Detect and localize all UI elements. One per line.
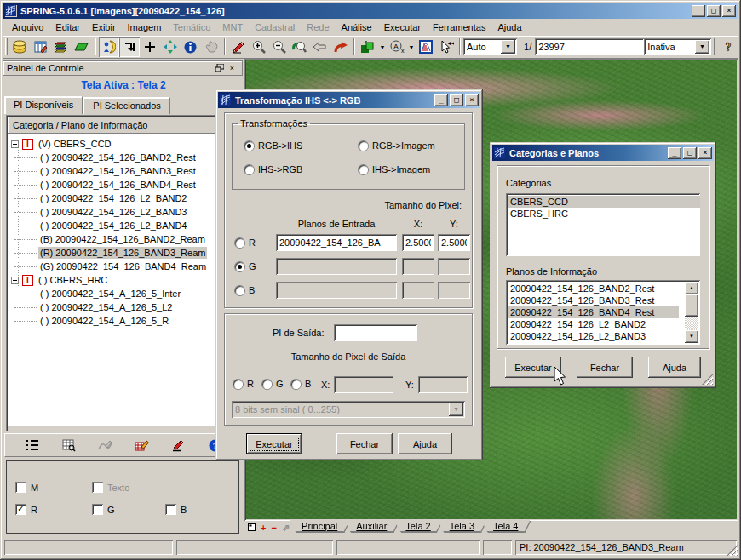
dock-corner-icon[interactable] (119, 37, 140, 57)
radio-rgb-to-imagem[interactable]: RGB->Imagem (359, 140, 435, 151)
checkbox-g[interactable]: G (92, 504, 115, 515)
tree-row[interactable]: ( ) 20090422_154_A_126_5_R (8, 314, 239, 328)
ihs-dialog-titlebar[interactable]: Transformação IHS <-> RGB _ □ × (218, 92, 480, 108)
close-button[interactable]: × (465, 94, 479, 106)
edit-pencil-icon[interactable] (228, 37, 249, 57)
tab-tela-4[interactable]: Tela 4 (481, 520, 530, 532)
compose-dropdown-arrow[interactable]: ▼ (378, 37, 387, 57)
help-icon[interactable]: ? (718, 37, 738, 57)
tree-row[interactable]: ( ) 20090422_154_126_L2_BAND4 (8, 219, 239, 232)
planes-scrollbar[interactable]: ▲ ▼ (685, 282, 698, 343)
tree-row[interactable]: (G) 20090422_154_126_BAND4_Ream (8, 260, 239, 273)
remove-screen-icon[interactable]: − (271, 523, 276, 533)
scale-value-field[interactable] (535, 38, 644, 55)
menu-ferramentas[interactable]: Ferramentas (427, 20, 491, 35)
crosshair-icon[interactable] (140, 37, 160, 57)
zoom-out-icon[interactable] (269, 37, 290, 57)
pan-arrows-icon[interactable] (160, 37, 181, 57)
tree-row[interactable]: (B) 20090422_154_126_BAND2_Ream (8, 232, 239, 246)
menu-exibir[interactable]: Exibir (86, 20, 122, 35)
scale-dropdown-arrow[interactable]: ▼ (407, 37, 416, 57)
compose-image-icon[interactable] (358, 37, 378, 57)
tree-row[interactable]: ( ) 20090422_154_126_BAND3_Rest (8, 164, 239, 178)
maximize-button[interactable]: □ (683, 147, 697, 159)
project-table-icon[interactable] (31, 37, 51, 57)
collapse-icon[interactable] (11, 277, 19, 284)
scroll-thumb[interactable] (685, 294, 698, 317)
checkbox-m[interactable]: M (15, 482, 38, 493)
list-item-selected[interactable]: CBERS_CCD (508, 196, 700, 208)
undo-icon[interactable] (330, 37, 351, 57)
table-search-icon[interactable] (58, 435, 80, 455)
checkbox-box[interactable]: ✓ (15, 504, 26, 515)
dialog-resize-grip[interactable] (702, 374, 713, 385)
ihs-executar-button[interactable]: Executar (246, 433, 302, 454)
menu-editar[interactable]: Editar (49, 20, 86, 35)
minimize-button[interactable]: _ (668, 147, 681, 159)
r-pixel-y-field[interactable] (438, 234, 470, 251)
radio-out-g[interactable]: G (262, 379, 284, 389)
ihs-ajuda-button[interactable]: Ajuda (398, 433, 452, 454)
checkbox-b[interactable]: B (165, 504, 187, 515)
categories-dialog-titlebar[interactable]: Categorias e Planos _ □ × (492, 145, 714, 161)
contrast-pencil-icon[interactable] (168, 435, 190, 455)
close-button[interactable]: × (698, 147, 712, 159)
radio-ihs-to-rgb[interactable]: IHS->RGB (244, 164, 302, 174)
tree-row[interactable]: ( ) 20090422_154_126_L2_BAND3 (8, 205, 239, 219)
state-combo[interactable]: Inativa ▼ (644, 38, 711, 55)
maximize-button[interactable]: □ (707, 5, 721, 17)
menu-imagem[interactable]: Imagem (122, 20, 168, 35)
database-icon[interactable] (10, 37, 31, 57)
pi-tree-header[interactable]: Categoria / Plano de Informação (8, 117, 239, 134)
radio-out-b[interactable]: B (291, 379, 311, 389)
list-item[interactable]: 20090422_154_126_L2_BAND2 (508, 318, 679, 330)
tree-row[interactable]: I (V) CBERS_CCD (8, 137, 239, 151)
list-item[interactable]: 20090422_154_126_L2_BAND3 (508, 330, 679, 342)
output-x-field[interactable] (334, 376, 393, 393)
tab-tela-3[interactable]: Tela 3 (438, 520, 486, 532)
minimize-button[interactable]: _ (434, 94, 448, 106)
checkbox-box[interactable] (15, 482, 26, 493)
ihs-fechar-button[interactable]: Fechar (336, 433, 393, 454)
list-item[interactable]: CBERS_HRC (508, 208, 700, 220)
close-panel-icon[interactable]: × (226, 63, 238, 74)
tree-row[interactable]: ( ) 20090422_154_126_BAND2_Rest (8, 151, 239, 164)
list-view-icon[interactable] (21, 435, 43, 455)
radio-ihs-to-imagem[interactable]: IHS->Imagem (359, 164, 430, 174)
tab-principal[interactable]: Principal (290, 520, 349, 532)
output-y-field[interactable] (418, 376, 468, 393)
zoom-select-icon[interactable] (290, 37, 310, 57)
menu-arquivo[interactable]: Arquivo (6, 20, 49, 35)
tab-pi-selecionados[interactable]: PI Selecionados (83, 97, 170, 114)
close-button[interactable]: × (722, 5, 736, 17)
tree-row[interactable]: ( ) 20090422_154_A_126_5_L2 (8, 300, 239, 314)
categories-list[interactable]: CBERS_CCD CBERS_HRC (506, 193, 700, 256)
b-plane-field[interactable] (276, 282, 397, 299)
tab-pi-disponiveis[interactable]: PI Disponíveis (4, 96, 83, 114)
float-panel-icon[interactable] (213, 63, 226, 74)
zoom-mode-combo[interactable]: Auto ▼ (463, 38, 517, 55)
menu-ajuda[interactable]: Ajuda (491, 20, 527, 35)
radio-band-r[interactable]: R (235, 237, 256, 248)
radio-rgb-to-ihs[interactable]: RGB->IHS (244, 140, 302, 151)
collapse-icon[interactable] (11, 140, 19, 148)
pi-output-field[interactable] (334, 324, 417, 341)
tree-row[interactable]: ( ) 20090422_154_126_BAND4_Rest (8, 178, 239, 191)
checkbox-box[interactable] (165, 504, 176, 515)
layers-icon[interactable] (51, 37, 72, 57)
scroll-up-icon[interactable]: ▲ (685, 282, 698, 294)
planes-list[interactable]: 20090422_154_126_BAND2_Rest 20090422_154… (506, 280, 700, 345)
maximize-button[interactable]: □ (450, 94, 463, 106)
combo-dropdown-arrow[interactable]: ▼ (501, 40, 515, 54)
detach-screen-icon[interactable]: ⇗ (282, 523, 290, 533)
scale-1x-icon[interactable]: Ax1 (387, 37, 407, 57)
list-item[interactable]: 20090422_154_126_BAND3_Rest (508, 294, 679, 306)
menu-executar[interactable]: Executar (378, 20, 427, 35)
menu-analise[interactable]: Análise (336, 20, 378, 35)
tree-row[interactable]: ( ) 20090422_154_126_L2_BAND2 (8, 191, 239, 205)
tab-tela-2[interactable]: Tela 2 (393, 520, 442, 532)
categories-fechar-button[interactable]: Fechar (577, 357, 633, 378)
back-arrow-icon[interactable] (310, 37, 330, 57)
add-screen-icon[interactable]: + (261, 523, 266, 533)
list-item[interactable]: 20090422_154_126_BAND2_Rest (508, 283, 679, 294)
